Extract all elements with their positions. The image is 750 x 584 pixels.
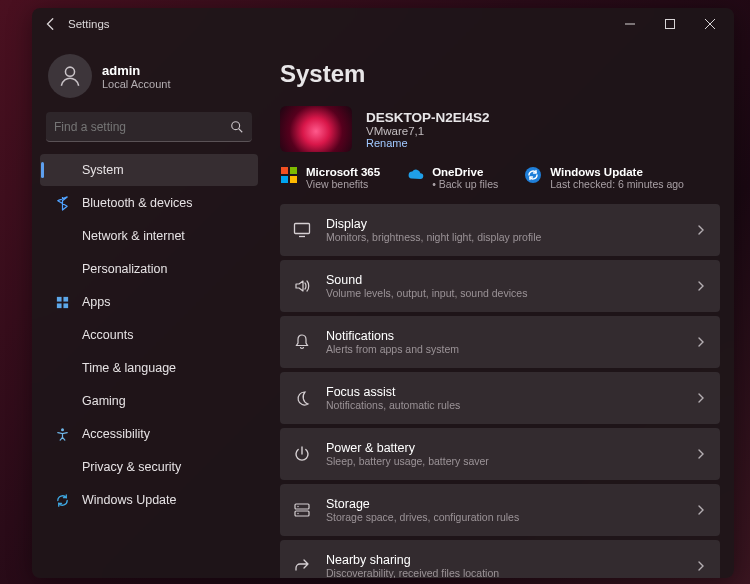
back-button[interactable]: [40, 13, 62, 35]
device-name: DESKTOP-N2EI4S2: [366, 110, 490, 125]
svg-rect-6: [63, 296, 68, 301]
sidebar-item-time[interactable]: Time & language: [40, 352, 258, 384]
setting-sub: Discoverability, received files location: [326, 567, 696, 578]
sidebar-item-label: Bluetooth & devices: [82, 196, 193, 210]
setting-item-storage[interactable]: StorageStorage space, drives, configurat…: [280, 484, 720, 536]
sidebar-item-bluetooth[interactable]: Bluetooth & devices: [40, 187, 258, 219]
user-account-type: Local Account: [102, 78, 171, 90]
sidebar-item-label: Personalization: [82, 262, 167, 276]
chevron-right-icon: [696, 333, 706, 351]
setting-item-focus[interactable]: Focus assistNotifications, automatic rul…: [280, 372, 720, 424]
sidebar-item-update[interactable]: Windows Update: [40, 484, 258, 516]
sidebar-item-label: Accounts: [82, 328, 133, 342]
sidebar-item-gaming[interactable]: Gaming: [40, 385, 258, 417]
maximize-button[interactable]: [650, 9, 690, 39]
sidebar: admin Local Account SystemBluetooth & de…: [32, 40, 264, 578]
monitor-icon: [292, 221, 312, 239]
display-icon: [54, 162, 70, 178]
svg-rect-15: [295, 224, 310, 234]
setting-title: Notifications: [326, 329, 696, 343]
setting-title: Sound: [326, 273, 696, 287]
sidebar-item-label: System: [82, 163, 124, 177]
person-icon: [54, 327, 70, 343]
chevron-right-icon: [696, 221, 706, 239]
setting-title: Power & battery: [326, 441, 696, 455]
nav: SystemBluetooth & devicesNetwork & inter…: [40, 154, 258, 516]
avatar: [48, 54, 92, 98]
maximize-icon: [665, 19, 675, 29]
topcard-onedrive[interactable]: OneDrive• Back up files: [406, 166, 498, 190]
setting-sub: Monitors, brightness, night light, displ…: [326, 231, 696, 243]
search-box[interactable]: [46, 112, 252, 142]
window-controls: [610, 9, 730, 39]
setting-title: Nearby sharing: [326, 553, 696, 567]
setting-item-nearby[interactable]: Nearby sharingDiscoverability, received …: [280, 540, 720, 578]
update-icon: [524, 166, 542, 184]
topcard-m365[interactable]: Microsoft 365View benefits: [280, 166, 380, 190]
svg-rect-8: [63, 303, 68, 308]
top-cards: Microsoft 365View benefitsOneDrive• Back…: [280, 166, 720, 190]
svg-rect-11: [290, 167, 297, 174]
power-icon: [292, 445, 312, 463]
user-info[interactable]: admin Local Account: [48, 54, 252, 98]
search-input[interactable]: [54, 120, 230, 134]
topcard-sub: View benefits: [306, 178, 380, 190]
setting-item-notifications[interactable]: NotificationsAlerts from apps and system: [280, 316, 720, 368]
sidebar-item-label: Privacy & security: [82, 460, 181, 474]
setting-title: Focus assist: [326, 385, 696, 399]
topcard-label: OneDrive: [432, 166, 498, 178]
app-title: Settings: [68, 18, 110, 30]
svg-point-20: [297, 513, 298, 514]
clock-icon: [54, 360, 70, 376]
setting-item-power[interactable]: Power & batterySleep, battery usage, bat…: [280, 428, 720, 480]
topcard-label: Windows Update: [550, 166, 684, 178]
back-arrow-icon: [44, 17, 58, 31]
chevron-right-icon: [696, 277, 706, 295]
setting-sub: Alerts from apps and system: [326, 343, 696, 355]
sidebar-item-label: Accessibility: [82, 427, 150, 441]
chevron-right-icon: [696, 557, 706, 575]
svg-point-19: [297, 506, 298, 507]
svg-rect-10: [281, 167, 288, 174]
svg-point-3: [232, 121, 240, 129]
topcard-label: Microsoft 365: [306, 166, 380, 178]
device-summary: DESKTOP-N2EI4S2 VMware7,1 Rename: [280, 106, 720, 152]
sidebar-item-label: Network & internet: [82, 229, 185, 243]
rename-link[interactable]: Rename: [366, 137, 490, 149]
gamepad-icon: [54, 393, 70, 409]
setting-item-sound[interactable]: SoundVolume levels, output, input, sound…: [280, 260, 720, 312]
sidebar-item-label: Apps: [82, 295, 111, 309]
close-button[interactable]: [690, 9, 730, 39]
setting-sub: Storage space, drives, configuration rul…: [326, 511, 696, 523]
sidebar-item-personalization[interactable]: Personalization: [40, 253, 258, 285]
shield-icon: [54, 459, 70, 475]
sidebar-item-apps[interactable]: Apps: [40, 286, 258, 318]
svg-rect-13: [290, 176, 297, 183]
sidebar-item-network[interactable]: Network & internet: [40, 220, 258, 252]
topcard-winupdate[interactable]: Windows UpdateLast checked: 6 minutes ag…: [524, 166, 684, 190]
main-panel: System DESKTOP-N2EI4S2 VMware7,1 Rename …: [264, 40, 734, 578]
device-model: VMware7,1: [366, 125, 490, 137]
search-icon: [230, 120, 244, 134]
brush-icon: [54, 261, 70, 277]
moon-icon: [292, 389, 312, 407]
setting-item-display[interactable]: DisplayMonitors, brightness, night light…: [280, 204, 720, 256]
sound-icon: [292, 277, 312, 295]
topcard-sub: Last checked: 6 minutes ago: [550, 178, 684, 190]
sidebar-item-label: Time & language: [82, 361, 176, 375]
page-title: System: [280, 60, 720, 88]
sidebar-item-privacy[interactable]: Privacy & security: [40, 451, 258, 483]
topcard-sub: • Back up files: [432, 178, 498, 190]
setting-title: Display: [326, 217, 696, 231]
sidebar-item-accessibility[interactable]: Accessibility: [40, 418, 258, 450]
settings-window: Settings admin Local Account SystemBlu: [32, 8, 734, 578]
sidebar-item-label: Windows Update: [82, 493, 177, 507]
setting-sub: Volume levels, output, input, sound devi…: [326, 287, 696, 299]
sidebar-item-accounts[interactable]: Accounts: [40, 319, 258, 351]
svg-line-4: [239, 128, 243, 132]
storage-icon: [292, 501, 312, 519]
person-icon: [57, 63, 83, 89]
sidebar-item-system[interactable]: System: [40, 154, 258, 186]
minimize-button[interactable]: [610, 9, 650, 39]
bluetooth-icon: [54, 195, 70, 211]
